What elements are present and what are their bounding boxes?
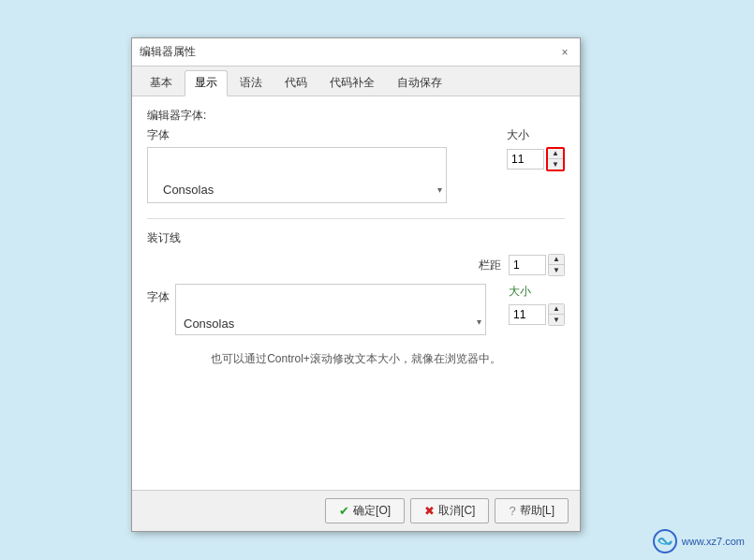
gutter-size-group: 大小 ▲ ▼ — [509, 284, 565, 326]
dialog-editor-properties: 编辑器属性 × 基本 显示 语法 代码 代码补全 自动保存 编辑器字体: 字体 … — [131, 37, 581, 532]
tab-syntax[interactable]: 语法 — [229, 70, 273, 96]
tab-display[interactable]: 显示 — [185, 70, 228, 96]
tab-bar: 基本 显示 语法 代码 代码补全 自动保存 — [132, 66, 580, 96]
size-group: 大小 11 ▲ ▼ — [507, 127, 565, 171]
col-spinbox-buttons: ▲ ▼ — [548, 254, 565, 276]
col-up-button[interactable]: ▲ — [549, 255, 564, 265]
divider-1 — [147, 218, 565, 219]
editor-font-section-title: 编辑器字体: — [147, 108, 565, 124]
dialog-title: 编辑器属性 — [140, 44, 196, 60]
font-size-input[interactable]: 11 — [507, 149, 544, 169]
cancel-icon: ✖ — [424, 504, 435, 518]
tab-autosave[interactable]: 自动保存 — [387, 70, 452, 96]
gutter-font-label: 字体 — [147, 284, 175, 305]
font-size-up-button[interactable]: ▲ — [548, 149, 563, 159]
gutter-size-spinbox: ▲ ▼ — [509, 303, 565, 326]
font-size-down-button[interactable]: ▼ — [548, 159, 563, 169]
watermark-logo-icon — [652, 528, 678, 554]
gutter-title: 装订线 — [147, 230, 565, 246]
gutter-size-input[interactable] — [509, 304, 546, 325]
gutter-font-dropdown[interactable]: Consolas ▾ — [175, 284, 486, 335]
help-button[interactable]: ? 帮助[L] — [495, 498, 569, 523]
font-label: 字体 — [147, 127, 495, 143]
title-bar: 编辑器属性 × — [132, 38, 580, 66]
gutter-font-row: 字体 Consolas ▾ 大小 ▲ ▼ — [147, 284, 565, 335]
gutter-size-spinbox-buttons: ▲ ▼ — [548, 303, 565, 326]
watermark-text: www.xz7.com — [682, 536, 745, 547]
col-spinbox: ▲ ▼ — [509, 254, 565, 276]
gutter-size-up-button[interactable]: ▲ — [549, 304, 564, 315]
gutter-size-label: 大小 — [509, 284, 531, 300]
gutter-section: 装订线 栏距 ▲ ▼ 字体 Consolas ▾ — [147, 230, 565, 335]
gutter-font-value: Consolas — [184, 317, 234, 331]
font-dropdown[interactable]: Consolas ▾ — [147, 147, 447, 203]
col-input[interactable] — [509, 255, 546, 275]
font-group: 字体 Consolas ▾ — [147, 127, 495, 203]
help-label: 帮助[L] — [520, 503, 554, 519]
ok-button[interactable]: ✔ 确定[O] — [325, 498, 405, 523]
tab-autocomplete[interactable]: 代码补全 — [319, 70, 385, 96]
font-dropdown-arrow-icon: ▾ — [437, 184, 442, 195]
gutter-font-dropdown-arrow-icon: ▾ — [477, 317, 481, 327]
footer-buttons: ✔ 确定[O] ✖ 取消[C] ? 帮助[L] — [132, 490, 580, 531]
gutter-size-down-button[interactable]: ▼ — [549, 315, 564, 325]
info-text: 也可以通过Control+滚动修改文本大小，就像在浏览器中。 — [147, 350, 565, 368]
font-value: Consolas — [155, 181, 438, 199]
cancel-button[interactable]: ✖ 取消[C] — [410, 498, 489, 523]
col-spacing-row: 栏距 ▲ ▼ — [147, 254, 565, 276]
size-label: 大小 — [507, 127, 529, 143]
ok-icon: ✔ — [339, 504, 349, 518]
cancel-label: 取消[C] — [438, 503, 475, 519]
close-button[interactable]: × — [557, 45, 572, 60]
col-down-button[interactable]: ▼ — [549, 265, 564, 275]
content-area: 编辑器字体: 字体 Consolas ▾ 大小 11 ▲ ▼ — [132, 96, 580, 490]
font-size-spinbox: 11 ▲ ▼ — [507, 147, 565, 171]
ok-label: 确定[O] — [353, 503, 391, 519]
tab-basic[interactable]: 基本 — [140, 70, 183, 96]
tab-code[interactable]: 代码 — [274, 70, 318, 96]
help-icon: ? — [509, 504, 515, 518]
font-size-spinbox-buttons: ▲ ▼ — [546, 147, 565, 171]
editor-font-row: 字体 Consolas ▾ 大小 11 ▲ ▼ — [147, 127, 565, 203]
col-label: 栏距 — [479, 258, 501, 273]
watermark: www.xz7.com — [652, 528, 745, 554]
